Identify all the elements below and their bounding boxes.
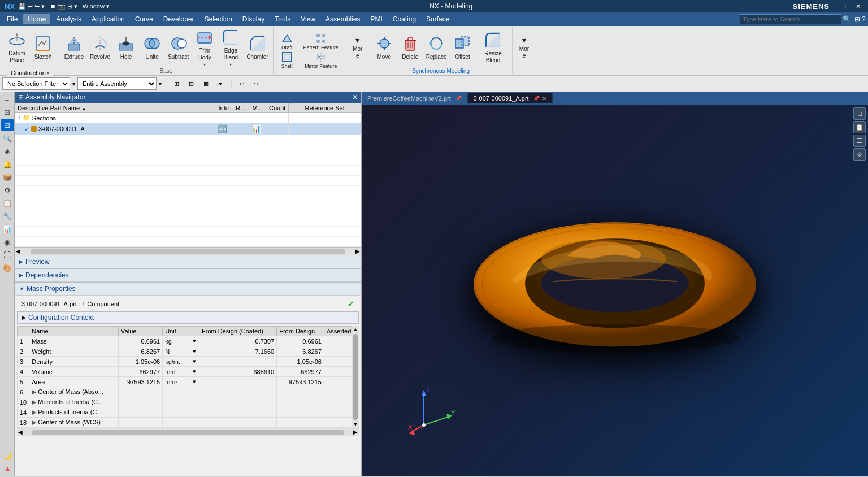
mass-properties-accordion-header[interactable]: ▼ Mass Properties (15, 283, 361, 296)
redo-icon[interactable]: ↪ (34, 3, 40, 10)
grid-icon[interactable]: ⊞ (67, 3, 72, 10)
menu-tools[interactable]: Tools (270, 14, 295, 24)
h-scrollbar-track[interactable] (31, 249, 345, 254)
preview-accordion-header[interactable]: ▶ Preview (15, 255, 361, 268)
mass-h-track[interactable] (32, 430, 344, 435)
sketch-button[interactable]: Sketch (31, 28, 55, 67)
row-dd-density[interactable]: ▾ (190, 357, 199, 367)
delete-button[interactable]: Delete (398, 28, 423, 67)
close-btn[interactable]: ✕ (853, 1, 863, 11)
moi-expand-icon[interactable]: ▶ (32, 398, 36, 405)
side-icon-9[interactable]: 📋 (1, 197, 14, 209)
menu-coating[interactable]: Coating (388, 14, 420, 24)
window-menu[interactable]: Window ▾ (83, 3, 110, 10)
scroll-down-btn[interactable]: ▼ (353, 421, 359, 428)
side-icon-5[interactable]: ◈ (1, 145, 14, 157)
resize-blend-button[interactable]: Resize Blend (476, 28, 510, 67)
row-dd-weight[interactable]: ▾ (190, 346, 199, 357)
revolve-button[interactable]: Revolve (88, 28, 112, 67)
side-icon-13[interactable]: ⛶ (1, 249, 14, 261)
more2-button[interactable]: ▾ More (516, 28, 532, 67)
menu-file[interactable]: File (2, 14, 22, 24)
viewport-content[interactable]: Z Y X ⊞ 📋 (362, 105, 868, 476)
shell-button[interactable]: Shell (277, 51, 297, 69)
edge-blend-button[interactable]: EdgeBlend ▾ (218, 28, 243, 67)
assembly-filter-dropdown[interactable]: Entire Assembly (77, 77, 157, 90)
mass-table-vscroll[interactable]: ▲ ▼ (352, 326, 359, 428)
rt-btn-1[interactable]: ⊞ (853, 107, 866, 120)
config-context-btn[interactable]: ▶ Configuration Context (17, 311, 359, 324)
side-icon-bottom2[interactable]: 🔺 (1, 462, 14, 475)
filter-dropdown-arrow[interactable]: ▾ (72, 81, 75, 87)
mass-row-moi[interactable]: 10 ▶ Moments of Inertia (C... (18, 397, 359, 407)
part-m-icon[interactable]: 📊 (251, 124, 261, 133)
side-icon-8[interactable]: ⚙ (1, 184, 14, 196)
replace-button[interactable]: Replace (424, 28, 449, 67)
col-header-info[interactable]: Info (215, 103, 232, 113)
poi-expand-icon[interactable]: ▶ (32, 409, 36, 415)
menu-pmi[interactable]: PMI (366, 14, 387, 24)
row-dd-area[interactable]: ▾ (190, 377, 199, 387)
tab-premiere-pin-icon[interactable]: 📌 (455, 96, 462, 101)
col-header-name[interactable]: Descriptive Part Name ▲ (15, 103, 215, 113)
question-icon[interactable]: ? (862, 15, 866, 23)
search-icon[interactable]: 🔍 (843, 15, 851, 23)
side-icon-4[interactable]: 🔍 (1, 132, 14, 144)
col-header-m[interactable]: M... (249, 103, 266, 113)
maximize-btn[interactable]: □ (842, 1, 852, 11)
nav-h-scrollbar[interactable]: ◀ ▶ (15, 247, 361, 255)
assembly-dropdown-arrow[interactable]: ▾ (159, 81, 162, 87)
side-icon-6[interactable]: 🔔 (1, 158, 14, 170)
scroll-left-btn[interactable]: ◀ (15, 248, 21, 254)
tab-premiere-coffee[interactable]: PremiereCoffeeMachineV2.prt 📌 (362, 93, 468, 103)
rt-btn-3[interactable]: ☰ (853, 135, 866, 147)
mass-row-weight[interactable]: 2 Weight 6.8267 N ▾ 7.1660 6.8267 (18, 346, 359, 357)
col-unit[interactable]: Unit (163, 327, 190, 336)
nav-close-icon[interactable]: ✕ (352, 93, 358, 101)
table-row[interactable]: ✓ 3-007-000091_A 🔤 📊 (15, 123, 361, 135)
construction-dropdown[interactable]: Construction ▾ (7, 68, 53, 78)
side-icon-3-active[interactable]: ⊞ (1, 119, 14, 131)
side-icon-14[interactable]: 🎨 (1, 262, 14, 274)
more-icon[interactable]: ▾ (41, 3, 45, 10)
scroll-right-btn[interactable]: ▶ (354, 248, 361, 254)
mass-row-com-abs[interactable]: 6 ▶ Center of Mass (Abso... (18, 387, 359, 397)
sections-expand-icon[interactable]: + (18, 115, 21, 121)
rt-btn-4[interactable]: ⚙ (853, 148, 866, 161)
side-icon-7[interactable]: 📦 (1, 171, 14, 183)
col-header-ref-set[interactable]: Reference Set (289, 103, 361, 113)
menu-home[interactable]: Home (23, 14, 50, 24)
menu-assemblies[interactable]: Assemblies (321, 14, 364, 24)
menu-display[interactable]: Display (238, 14, 269, 24)
mass-scroll-right[interactable]: ▶ (352, 429, 359, 435)
save-icon[interactable]: 💾 (18, 3, 26, 10)
mass-row-poi[interactable]: 14 ▶ Products of Inertia (C... (18, 407, 359, 418)
mass-scroll-left[interactable]: ◀ (17, 429, 24, 435)
mirror-feature-button[interactable]: Mirror Feature (298, 51, 344, 69)
dependencies-accordion-header[interactable]: ▶ Dependencies (15, 269, 361, 282)
col-header-count[interactable]: Count (266, 103, 289, 113)
search-input[interactable] (740, 14, 841, 24)
col-from-design-coated[interactable]: From Design (Coated) (199, 327, 277, 336)
redo-toolbar-btn[interactable]: ↪ (250, 77, 262, 90)
col-value[interactable]: Value (119, 327, 163, 336)
snap-btn[interactable]: ⊞ (170, 77, 183, 90)
mass-row-com-wcs[interactable]: 18 ▶ Center of Mass (WCS) (18, 418, 359, 428)
record-icon[interactable]: ⏺ (50, 3, 56, 10)
col-header-r[interactable]: R... (232, 103, 249, 113)
undo-toolbar-btn[interactable]: ↩ (235, 77, 248, 90)
mass-row-mass[interactable]: 1 Mass 0.6961 kg ▾ 0.7307 0.6961 (18, 336, 359, 346)
side-icon-11[interactable]: 📊 (1, 223, 14, 235)
part-info-icon1[interactable]: 🔤 (218, 124, 227, 133)
tab-part-close-icon[interactable]: ✕ (542, 96, 546, 102)
com-abs-expand-icon[interactable]: ▶ (32, 388, 36, 395)
pattern-feature-button[interactable]: Pattern Feature (298, 32, 344, 50)
menu-curve[interactable]: Curve (131, 14, 158, 24)
col-name[interactable]: Name (29, 327, 119, 336)
side-icon-1[interactable]: ≡ (1, 93, 14, 105)
side-icon-bottom1[interactable]: 🌙 (1, 449, 14, 462)
table-row[interactable]: + 📁 Sections (15, 113, 361, 123)
col-from-design[interactable]: From Design (277, 327, 324, 336)
mass-table-scroll[interactable]: Name Value Unit From Design (Coated) Fro… (17, 326, 359, 428)
menu-application[interactable]: Application (87, 14, 129, 24)
